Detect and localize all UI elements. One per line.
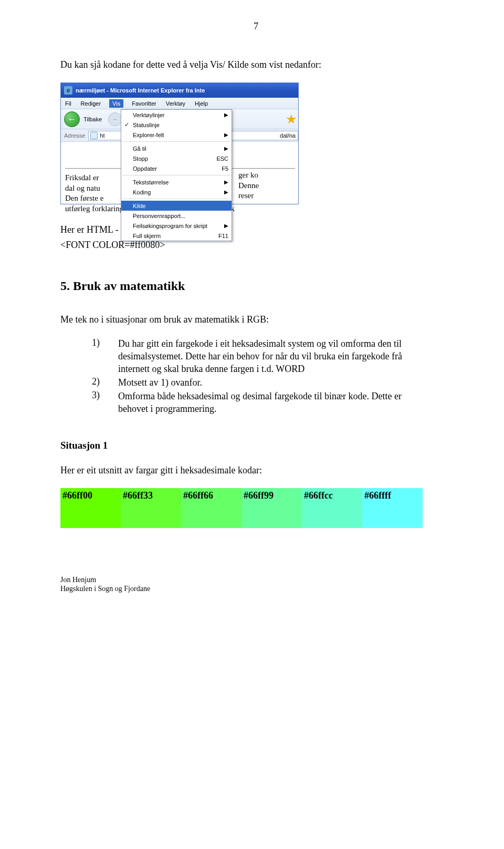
list-item-text: Omforma både heksadesimal og desimal far… — [118, 390, 430, 415]
content-line: Friksdal er — [65, 173, 99, 182]
list-item-number: 1) — [92, 337, 118, 375]
menu-item-tekststørrelse[interactable]: Tekststørrelse▶ — [121, 177, 232, 187]
subsection-heading: Situasjon 1 — [60, 440, 452, 451]
menu-item-label: Oppdater — [133, 165, 157, 172]
footer: Jon Henjum Høgskulen i Sogn og Fjordane — [60, 575, 452, 594]
menu-item-koding[interactable]: Koding▶ — [121, 187, 232, 197]
color-swatch: #66ffff — [362, 488, 423, 528]
vis-dropdown-menu: Verktøylinjer▶✓StatuslinjeExplorer-felt▶… — [121, 109, 232, 241]
ie-logo-icon: e — [64, 86, 72, 95]
ie-window: e nærmiljøet - Microsoft Internet Explor… — [60, 82, 299, 204]
footer-institution: Høgskulen i Sogn og Fjordane — [60, 584, 452, 594]
menu-item-stopp[interactable]: StoppESC — [121, 153, 232, 163]
menu-item-vis[interactable]: Vis — [109, 99, 123, 108]
menu-item-label: Personvernrapport... — [133, 213, 185, 219]
list-item-text: Motsett av 1) ovanfor. — [118, 376, 202, 389]
color-swatch-row: #66ff00#66ff33#66ff66#66ff99#66ffcc#66ff… — [60, 488, 423, 528]
back-label: Tilbake — [83, 116, 102, 122]
content-line: dal og natu — [65, 184, 100, 192]
menu-item-full-skjerm[interactable]: Full skjermF11 — [121, 231, 232, 241]
menu-item-label: Stopp — [133, 156, 148, 162]
menu-item-statuslinje[interactable]: ✓Statuslinje — [121, 120, 232, 130]
menu-item[interactable]: Favoritter — [131, 99, 157, 108]
section-heading: 5. Bruk av matematikk — [60, 279, 452, 293]
menu-item[interactable]: Hjelp — [194, 99, 209, 108]
page-number: 7 — [60, 21, 452, 32]
address-text: ht — [100, 132, 104, 139]
list-intro: Me tek no i situasjonar om bruk av matem… — [60, 313, 452, 326]
menu-item-personvernrapport-[interactable]: Personvernrapport... — [121, 211, 232, 221]
color-swatch: #66ff99 — [242, 488, 302, 528]
menu-item[interactable]: Verktøy — [165, 99, 186, 108]
color-swatch: #66ffcc — [302, 488, 362, 528]
list-item: 3)Omforma både heksadesimal og desimal f… — [92, 390, 430, 415]
menu-item-label: Full skjerm — [133, 233, 161, 239]
content-fragment: reser — [238, 191, 254, 200]
screenshot-ie-menu: e nærmiljøet - Microsoft Internet Explor… — [60, 82, 452, 204]
numbered-list: 1)Du har gitt ein fargekode i eit heksad… — [92, 337, 430, 416]
menu-item-label: Verktøylinjer — [133, 112, 165, 118]
menu-item-feilsøkingsprogram-for-skript[interactable]: Feilsøkingsprogram for skript▶ — [121, 221, 232, 231]
list-item-number: 3) — [92, 390, 118, 415]
after-screenshot-text: Her er HTML - koden for teksten "Friksda… — [60, 223, 452, 236]
menu-item-label: Koding — [133, 189, 151, 195]
forward-button[interactable]: → — [108, 112, 122, 126]
keyboard-shortcut: F5 — [222, 165, 228, 172]
menu-item-label: Feilsøkingsprogram for skript — [133, 223, 207, 229]
submenu-arrow-icon: ▶ — [224, 223, 228, 229]
menu-item-gå-til[interactable]: Gå til▶ — [121, 143, 232, 153]
address-text-right: dal/na — [280, 132, 298, 139]
submenu-arrow-icon: ▶ — [224, 146, 228, 151]
font-tag-code: <FONT COLOR=#ff0080> — [60, 240, 452, 251]
arrow-left-icon: ← — [68, 114, 77, 125]
menu-item[interactable]: Rediger — [80, 99, 102, 108]
content-fragment: ger ko — [238, 171, 258, 179]
address-label: Adresse — [64, 132, 85, 139]
window-title: nærmiljøet - Microsoft Internet Explorer… — [76, 87, 205, 94]
menu-item-label: Gå til — [133, 146, 146, 152]
submenu-arrow-icon: ▶ — [224, 132, 228, 138]
content-line: Den første e — [65, 194, 103, 202]
list-item: 2)Motsett av 1) ovanfor. — [92, 376, 430, 389]
page-icon — [90, 132, 98, 139]
submenu-arrow-icon: ▶ — [224, 179, 228, 185]
menu-item-label: Explorer-felt — [133, 132, 164, 138]
keyboard-shortcut: ESC — [216, 156, 228, 162]
menu-item-label: Kilde — [133, 203, 145, 209]
menu-item-explorer-felt[interactable]: Explorer-felt▶ — [121, 130, 232, 140]
menu-item-label: Tekststørrelse — [133, 179, 169, 185]
list-item-text: Du har gitt ein fargekode i eit heksades… — [118, 337, 430, 375]
menu-item-oppdater[interactable]: OppdaterF5 — [121, 163, 232, 173]
submenu-arrow-icon: ▶ — [224, 112, 228, 118]
swatch-intro: Her er eit utsnitt av fargar gitt i heks… — [60, 464, 452, 477]
check-icon: ✓ — [124, 121, 129, 128]
menu-item-kilde[interactable]: Kilde — [121, 201, 232, 211]
intro-paragraph: Du kan sjå kodane for dette ved å velja … — [60, 58, 452, 71]
menu-item-label: Statuslinje — [133, 122, 160, 128]
color-swatch: #66ff00 — [60, 488, 121, 528]
list-item-number: 2) — [92, 376, 118, 389]
footer-author: Jon Henjum — [60, 575, 452, 585]
menu-item[interactable]: Fil — [64, 99, 72, 108]
submenu-arrow-icon: ▶ — [224, 189, 228, 195]
content-fragment: Denne — [238, 181, 259, 190]
ie-titlebar: e nærmiljøet - Microsoft Internet Explor… — [61, 83, 298, 98]
keyboard-shortcut: F11 — [218, 233, 228, 239]
arrow-right-icon: → — [112, 116, 118, 122]
ie-menubar: Fil Rediger Vis Favoritter Verktøy Hjelp — [61, 98, 298, 109]
list-item: 1)Du har gitt ein fargekode i eit heksad… — [92, 337, 430, 375]
menu-item-verktøylinjer[interactable]: Verktøylinjer▶ — [121, 110, 232, 120]
color-swatch: #66ff66 — [181, 488, 242, 528]
back-button[interactable]: ← — [64, 111, 80, 127]
favorites-star-icon[interactable]: ★ — [285, 112, 298, 126]
color-swatch: #66ff33 — [121, 488, 181, 528]
